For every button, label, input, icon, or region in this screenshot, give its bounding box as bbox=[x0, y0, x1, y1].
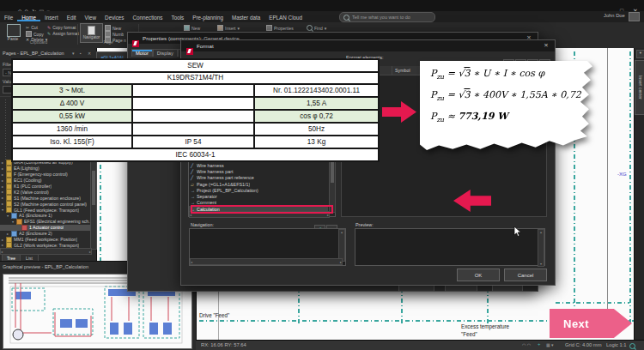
tree-item[interactable]: EFS1 (Electrical engineering sch. bbox=[0, 219, 90, 225]
current-cell: 1,55 A bbox=[254, 97, 379, 110]
logic-scale-indicator[interactable]: Logic 1:1 bbox=[606, 342, 627, 347]
mouse-cursor bbox=[513, 226, 522, 238]
copy-button[interactable]: Copy bbox=[26, 31, 44, 37]
wire-icon bbox=[191, 175, 197, 180]
tree-item[interactable]: A2 (Enclosure 2) bbox=[0, 231, 90, 237]
tree-item[interactable]: F (Emergency-stop control) bbox=[0, 172, 90, 178]
menu-tab[interactable]: Pre-planning bbox=[188, 13, 228, 21]
grid-toggle-icon[interactable]: ▦ ▾ bbox=[546, 342, 554, 347]
statusbar: RX: 16.06 RY: 57.64 ◠ ◠ + ▦ ▾ Grid C: 4.… bbox=[196, 340, 644, 350]
menu-tab[interactable]: Master data bbox=[228, 13, 264, 21]
user-name[interactable]: John Doe bbox=[604, 13, 625, 18]
tree-item[interactable]: K1 (PLC controller) bbox=[0, 184, 90, 190]
find-button[interactable]: Find▾ bbox=[307, 25, 326, 31]
menu-tab[interactable]: Edit bbox=[63, 13, 81, 21]
menu-tab[interactable]: EPLAN Cloud bbox=[264, 13, 307, 21]
menu-tab[interactable]: View bbox=[81, 13, 101, 21]
tree-item[interactable]: S2 (Machine operation control panel) bbox=[0, 201, 90, 207]
new-project-icon bbox=[184, 25, 190, 31]
new-project-button[interactable]: New bbox=[184, 25, 200, 31]
menu-tab[interactable]: Connections bbox=[129, 13, 167, 21]
format-element-item[interactable]: Page (=GL1+A1&EFS1/1) bbox=[189, 181, 328, 187]
folder-icon bbox=[6, 166, 12, 172]
format-element-item[interactable]: Project (EPL_BP_Calculation) bbox=[189, 187, 328, 193]
properties-icon bbox=[266, 25, 272, 31]
cancel-button[interactable]: Cancel bbox=[504, 269, 547, 281]
interruption-point-icons[interactable]: ◠ ◠ bbox=[522, 342, 531, 347]
tab-display[interactable]: Display bbox=[153, 49, 178, 57]
insert-menu-button[interactable]: Insert▾ bbox=[217, 25, 240, 31]
page-border-line bbox=[556, 302, 629, 304]
folder-icon bbox=[6, 195, 12, 201]
zoom-in-icon[interactable] bbox=[629, 343, 635, 349]
menu-tab[interactable]: Insert bbox=[40, 13, 63, 21]
serial-number-cell: Nr. 01.1222143402.0001.11 bbox=[254, 84, 379, 97]
format-element-item[interactable]: Separator bbox=[189, 193, 328, 199]
scissors-icon: ✂ bbox=[26, 25, 29, 30]
tree-item[interactable]: EC1 (Cooling) bbox=[0, 178, 90, 184]
tell-me-search[interactable]: Tell me what you want to do bbox=[339, 12, 435, 22]
ok-button[interactable]: OK bbox=[457, 269, 500, 281]
insert-icon bbox=[217, 25, 223, 31]
dock-menu-icon[interactable]: ▾ bbox=[636, 50, 644, 58]
copy-format-button[interactable]: ✎Copy format bbox=[47, 25, 76, 30]
motor-datasheet-table: SEW K19DRS71M4/TH 3 ~ Mot. Nr. 01.122214… bbox=[11, 58, 380, 162]
numbering-button[interactable]: Numb bbox=[105, 31, 127, 37]
tree-guide-line bbox=[5, 100, 6, 160]
paste-icon[interactable] bbox=[7, 24, 21, 37]
new-page-button[interactable]: New bbox=[105, 25, 121, 31]
find-icon bbox=[307, 25, 313, 31]
right-dock: ▾ Insert center bbox=[634, 48, 644, 340]
format-element-item[interactable]: Wire harness part bbox=[189, 168, 328, 174]
tab-motor[interactable]: Motor bbox=[131, 49, 153, 57]
empty-cell bbox=[132, 110, 254, 123]
tree-item[interactable]: MM1 (Feed workpiece: Position) bbox=[0, 237, 90, 243]
navigation-label: Navigation: bbox=[191, 222, 214, 227]
clipboard-group-label: Clipboard bbox=[2, 40, 76, 45]
menu-tab[interactable]: Home bbox=[17, 13, 40, 21]
doc-icon bbox=[16, 219, 22, 225]
weight-cell: 13 Kg bbox=[254, 136, 379, 148]
cos-phi-cell: cos φ 0,72 bbox=[254, 110, 379, 123]
panel-pin-icon[interactable]: ▪ bbox=[80, 51, 82, 56]
panel-close-icon[interactable]: ✕ bbox=[88, 51, 91, 56]
page-border-line bbox=[629, 51, 631, 324]
empty-cell bbox=[132, 84, 254, 97]
menu-tab[interactable]: File bbox=[0, 13, 17, 21]
formula-line-2: Pzu = √3 ∗ 400V ∗ 1,55A ∗ 0,72 bbox=[430, 89, 592, 102]
motor-type-cell: 3 ~ Mot. bbox=[12, 84, 132, 97]
assign-format-button[interactable]: ✎Assign format bbox=[47, 31, 79, 36]
format-element-item[interactable]: Wire harness bbox=[189, 162, 328, 168]
user-avatar[interactable] bbox=[629, 12, 640, 21]
navigation-textarea[interactable]: ▴▾ ◂▸ bbox=[189, 228, 346, 266]
folder-icon bbox=[6, 207, 12, 213]
tree-item[interactable]: GL1 (Feed workpiece: Transport) bbox=[0, 207, 90, 213]
tree-vertical-scrollbar[interactable] bbox=[90, 160, 97, 250]
pages-panel-title: Pages - EPL_BP_Calculation bbox=[3, 51, 70, 56]
tree-item[interactable]: EA (Lighting) bbox=[0, 166, 90, 172]
page-icon bbox=[191, 182, 197, 187]
frame-line bbox=[607, 48, 608, 321]
format-element-item[interactable]: Wire harness part reference bbox=[189, 175, 328, 181]
cut-button[interactable]: ✂Cut bbox=[26, 25, 38, 30]
brush-icon: ✎ bbox=[47, 31, 51, 36]
tree-item[interactable]: A1 (Enclosure 1) bbox=[0, 213, 90, 219]
manufacturer-cell: SEW bbox=[12, 59, 379, 72]
properties-button[interactable]: Properties bbox=[266, 25, 294, 31]
menu-tab[interactable]: Devices bbox=[100, 13, 128, 21]
move-icon[interactable]: + bbox=[538, 341, 541, 347]
grid-size-indicator[interactable]: Grid C: 4.00 mm bbox=[565, 342, 602, 347]
enclosure-icon bbox=[11, 231, 17, 237]
tree-item[interactable]: K2 (Valve control) bbox=[0, 189, 90, 195]
tree-item[interactable]: S1 (Machine operation enclosure) bbox=[0, 195, 90, 201]
speed-cell: 1360 /min bbox=[12, 123, 132, 136]
tree-item[interactable]: 1 Actuator control bbox=[0, 225, 90, 231]
menu-tab[interactable]: Tools bbox=[167, 13, 189, 21]
panel-dropdown-icon[interactable]: ▾ bbox=[72, 51, 75, 56]
dialog-close-icon[interactable]: ✕ bbox=[540, 42, 552, 49]
insert-center-tab[interactable]: Insert center bbox=[635, 60, 644, 115]
format-dialog-titlebar[interactable]: Format ✕ bbox=[181, 40, 555, 51]
arrow-icon bbox=[191, 194, 197, 199]
frequency-cell: 50Hz bbox=[254, 123, 379, 136]
format-dialog-title: Format bbox=[197, 43, 214, 49]
